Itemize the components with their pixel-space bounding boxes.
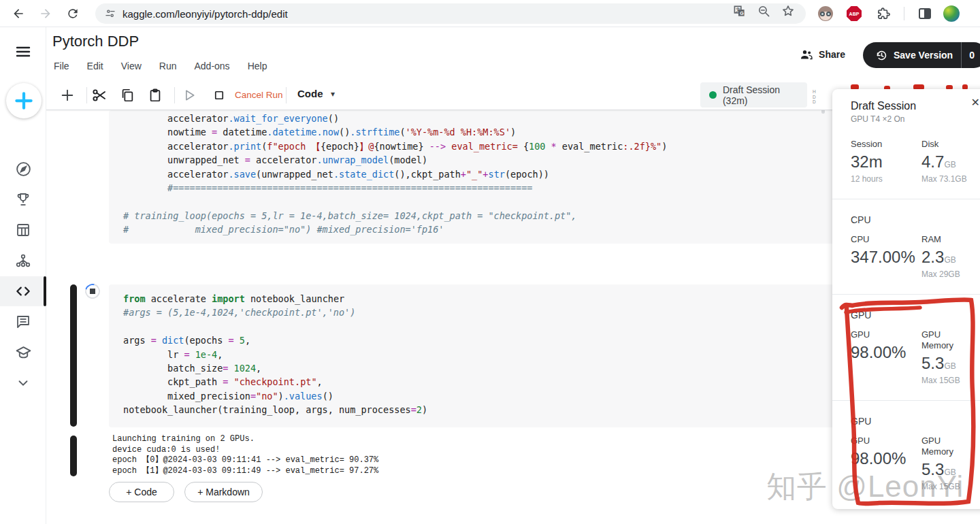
metric-value: 98.00% (851, 449, 921, 468)
notebook-title[interactable]: Pytorch DDP (52, 33, 139, 50)
code-token: 】@ (359, 141, 374, 152)
metric-row: GPU98.00%GPU Memory5.3GBMax 15GB (851, 329, 976, 385)
bookmark-star-icon[interactable] (780, 3, 796, 18)
zoom-icon[interactable] (755, 3, 772, 18)
code-token: () (339, 127, 350, 137)
competitions-trophy-icon[interactable] (0, 184, 46, 214)
panel-divider (832, 199, 980, 199)
metric-unit: GB (944, 255, 956, 265)
code-token: accelerator (250, 154, 317, 165)
address-bar[interactable]: kaggle.com/leonyiyi/pytorch-ddp/edit (95, 3, 806, 24)
close-icon[interactable]: ✕ (971, 96, 980, 109)
metric: Disk4.7GBMax 73.1GB (921, 139, 967, 184)
session-status-dot (709, 91, 717, 99)
cell-selection-bar[interactable] (70, 284, 77, 427)
share-label: Share (819, 49, 845, 60)
hdd-letter: H (813, 89, 816, 95)
code-token: accelerate (146, 293, 212, 304)
share-button[interactable]: Share (800, 48, 845, 61)
metric-unit: GB (944, 361, 956, 371)
code-token: = (228, 335, 233, 346)
save-version-button[interactable]: Save Version 0 (863, 42, 980, 68)
code-token: = (245, 154, 250, 165)
cut-icon[interactable] (90, 86, 109, 105)
menu-run[interactable]: Run (159, 61, 177, 71)
draft-session-chip[interactable]: Draft Session (32m) (700, 82, 807, 108)
run-icon[interactable] (180, 86, 199, 105)
code-icon[interactable] (0, 276, 46, 306)
add-markdown-button[interactable]: + Markdown (184, 482, 263, 502)
code-token: {epoch} (321, 141, 359, 152)
metric-label: CPU (851, 234, 904, 245)
stop-icon[interactable] (210, 86, 229, 105)
metric-label: GPU Memory (921, 329, 975, 351)
output-selection-bar[interactable] (70, 436, 77, 476)
more-chevron-icon[interactable] (0, 368, 46, 398)
menu-bar: FileEditViewRunAdd-onsHelp (54, 61, 267, 71)
metric: RAM2.3GBMax 29GB (921, 234, 960, 279)
metric-value: 98.00% (851, 343, 921, 362)
cancel-run-button[interactable]: Cancel Run (235, 90, 283, 100)
profile-avatar[interactable] (943, 5, 960, 22)
code-token: ) (510, 127, 516, 137)
menu-file[interactable]: File (54, 61, 69, 71)
metric-label: GPU (851, 329, 904, 340)
code-token: () (328, 113, 339, 124)
datasets-table-icon[interactable] (0, 215, 46, 245)
site-info-icon[interactable] (105, 8, 116, 19)
menu-add-ons[interactable]: Add-ons (194, 61, 229, 71)
add-code-button[interactable]: + Code (109, 482, 174, 502)
menu-help[interactable]: Help (248, 61, 267, 71)
code-token: accelerator (123, 169, 228, 180)
metric-row: Session32m12 hoursDisk4.7GBMax 73.1GB (851, 139, 976, 184)
code-token: .state_dict (333, 169, 394, 180)
menu-view[interactable]: View (121, 61, 142, 71)
explore-compass-icon[interactable] (0, 154, 46, 184)
cell-type-dropdown[interactable]: Code (297, 88, 323, 99)
abp-extension-icon[interactable]: ABP (846, 5, 862, 22)
menu-icon[interactable] (0, 37, 46, 67)
toolbar-divider (86, 87, 87, 103)
code-token: .save (228, 169, 256, 180)
code-token: (unwrapped_net (256, 169, 333, 180)
output-line: device cuda:0 is used! (109, 445, 830, 456)
code-token: + (483, 169, 488, 180)
learn-gradcap-icon[interactable] (0, 338, 46, 367)
side-panel-icon[interactable] (917, 5, 933, 22)
code-token (228, 376, 233, 387)
forward-icon[interactable] (37, 5, 54, 22)
hdd-tab-label[interactable]: HDD (813, 89, 816, 105)
create-plus-icon[interactable] (6, 83, 42, 118)
panel-section-header: GPU (851, 416, 976, 427)
add-cell-icon[interactable] (58, 86, 77, 105)
models-network-icon[interactable] (0, 246, 46, 276)
cell-output: Launching training on 2 GPUs.device cuda… (109, 434, 830, 478)
translate-icon[interactable]: 文G (731, 3, 747, 18)
code-token: datetime (217, 127, 267, 137)
code-token: accelerator (123, 113, 228, 124)
code-token: = (212, 127, 217, 137)
version-count[interactable]: 0 (969, 50, 975, 61)
paste-icon[interactable] (146, 86, 165, 105)
code-token: from (123, 293, 146, 304)
code-token: {nowtime} (374, 141, 423, 152)
metric-row: CPU347.00%RAM2.3GBMax 29GB (851, 234, 976, 279)
save-version-divider (961, 42, 962, 68)
session-metrics: Session32m12 hoursDisk4.7GBMax 73.1GBCPU… (851, 139, 976, 491)
watermark: 知乎 @LeonYi (766, 467, 964, 507)
extensions-puzzle-icon[interactable] (875, 5, 892, 22)
url-text[interactable]: kaggle.com/leonyiyi/pytorch-ddp/edit (122, 8, 288, 20)
panel-section: GPUGPU98.00%GPU Memory5.3GBMax 15GB (851, 310, 976, 385)
code-token: ) (422, 404, 427, 415)
menu-edit[interactable]: Edit (87, 61, 103, 71)
reload-icon[interactable] (64, 5, 82, 22)
code-token: = (184, 349, 189, 360)
hdd-letter: D (813, 95, 816, 100)
discussions-comment-icon[interactable] (0, 307, 46, 337)
monkey-extension-icon[interactable] (817, 5, 834, 22)
output-line: epoch 【0】@2024-03-03 09:11:41 --> eval_m… (109, 455, 830, 466)
panel-section-header: GPU (851, 310, 976, 321)
back-icon[interactable] (10, 5, 27, 22)
copy-icon[interactable] (118, 86, 137, 105)
code-token: str (489, 169, 505, 180)
